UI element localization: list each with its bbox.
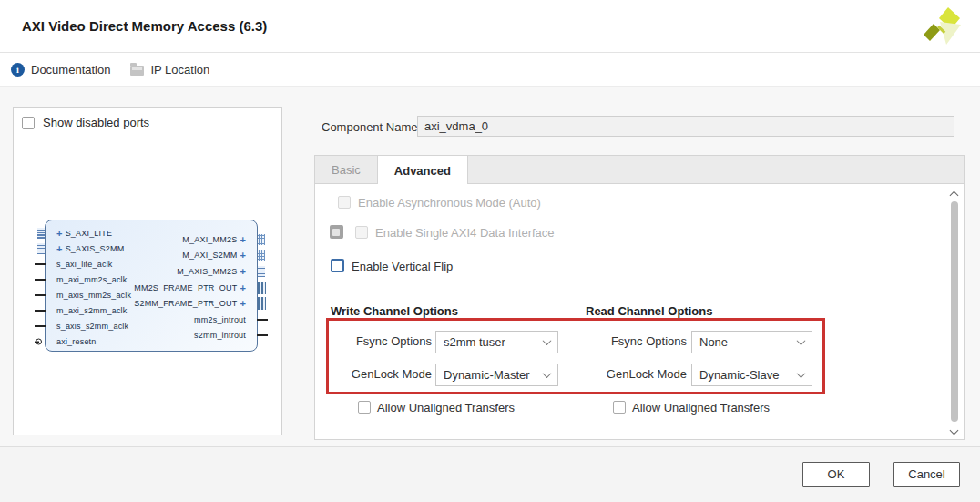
- expand-port-icon[interactable]: +: [240, 283, 246, 292]
- auto-computed-icon: [330, 225, 343, 239]
- config-tab-panel: Basic Advanced Enable Asynchronous Mode …: [314, 155, 965, 440]
- interface-connector-icon: [37, 243, 45, 254]
- expand-port-icon[interactable]: +: [240, 267, 246, 276]
- documentation-label: Documentation: [31, 63, 110, 77]
- ip-location-label: IP Location: [150, 63, 209, 77]
- write-genlock-label: GenLock Mode: [326, 367, 432, 381]
- advanced-tab-content: Enable Asynchronous Mode (Auto) Enable S…: [315, 184, 964, 439]
- enable-async-mode-checkbox: [338, 196, 351, 209]
- interface-connector-icon: [258, 234, 265, 245]
- write-fsync-select[interactable]: s2mm tuser: [435, 331, 558, 353]
- pin-stub-icon: [35, 279, 46, 281]
- enable-async-mode-label: Enable Asynchronous Mode (Auto): [358, 196, 541, 210]
- ip-location-link[interactable]: IP Location: [130, 63, 209, 77]
- port-row: M_AXI_S2MM+: [46, 249, 257, 261]
- bus-connector-icon: [258, 282, 266, 294]
- port-row: S2MM_FRAME_PTR_OUT+: [46, 297, 257, 310]
- expand-port-icon[interactable]: +: [240, 235, 246, 244]
- port-label: mm2s_introut: [194, 315, 246, 324]
- read-allow-unaligned-checkbox[interactable]: [613, 401, 626, 414]
- ok-button[interactable]: OK: [802, 462, 870, 487]
- documentation-link[interactable]: i Documentation: [11, 63, 110, 77]
- pin-stub-icon: [35, 263, 46, 265]
- pin-stub-icon: [35, 325, 46, 327]
- ip-symbol-block: +S_AXI_LITE +S_AXIS_S2MM s_axi_lite_aclk…: [45, 220, 258, 352]
- chevron-down-icon: [797, 336, 806, 345]
- read-fsync-value: None: [699, 335, 792, 349]
- pin-stub-icon: [35, 294, 46, 296]
- enable-vertical-flip-checkbox[interactable]: [331, 259, 344, 272]
- write-genlock-value: Dynamic-Master: [444, 368, 538, 382]
- read-fsync-select[interactable]: None: [691, 331, 812, 353]
- read-genlock-select[interactable]: Dynamic-Slave: [691, 364, 812, 386]
- dialog-header: AXI Video Direct Memory Access (6.3): [0, 0, 980, 53]
- dialog-toolbar: i Documentation IP Location: [0, 54, 980, 87]
- cancel-button[interactable]: Cancel: [893, 462, 960, 487]
- tab-basic[interactable]: Basic: [315, 156, 377, 184]
- read-channel-heading: Read Channel Options: [586, 304, 712, 318]
- show-disabled-ports-label: Show disabled ports: [43, 116, 149, 129]
- enable-vertical-flip-label: Enable Vertical Flip: [352, 260, 453, 273]
- port-row: M_AXI_MM2S+: [46, 233, 257, 246]
- port-label: M_AXI_MM2S: [182, 235, 237, 244]
- port-label: MM2S_FRAME_PTR_OUT: [134, 283, 237, 292]
- port-label: M_AXI_S2MM: [182, 251, 237, 260]
- chevron-down-icon: [543, 369, 552, 378]
- read-allow-unaligned-label: Allow Unaligned Transfers: [632, 401, 770, 415]
- write-allow-unaligned-checkbox[interactable]: [358, 401, 371, 414]
- write-genlock-select[interactable]: Dynamic-Master: [435, 364, 558, 386]
- pin-stub-icon: [257, 334, 268, 336]
- scroll-down-icon[interactable]: [951, 427, 958, 435]
- interface-connector-icon: [258, 266, 265, 277]
- component-name-label: Component Name: [322, 120, 418, 134]
- port-row: s2mm_introut: [46, 329, 257, 342]
- port-row: mm2s_introut: [46, 313, 257, 326]
- component-name-input[interactable]: [417, 116, 954, 137]
- read-fsync-label: Fsync Options: [581, 334, 687, 348]
- tab-bar: Basic Advanced: [315, 156, 964, 184]
- write-allow-unaligned-label: Allow Unaligned Transfers: [377, 401, 515, 415]
- dialog-footer: OK Cancel: [0, 446, 980, 502]
- dialog-body: Show disabled ports +S_AXI_LITE +S_AXIS_…: [0, 87, 980, 446]
- bus-connector-icon: [258, 297, 266, 310]
- pin-stub-icon: [257, 319, 268, 321]
- port-label: s2mm_introut: [194, 331, 246, 340]
- expand-port-icon[interactable]: +: [240, 251, 246, 260]
- port-label: S2MM_FRAME_PTR_OUT: [134, 299, 237, 308]
- enable-single-axi4-label: Enable Single AXI4 Data Interface: [375, 226, 555, 240]
- info-icon: i: [11, 63, 25, 77]
- scrollbar-thumb[interactable]: [951, 201, 958, 422]
- expand-port-icon[interactable]: +: [240, 299, 246, 308]
- pin-stub-icon: [35, 310, 46, 312]
- port-row: MM2S_FRAME_PTR_OUT+: [46, 282, 257, 294]
- dialog-title: AXI Video Direct Memory Access (6.3): [22, 18, 267, 34]
- interface-connector-icon: [37, 228, 45, 239]
- scroll-up-icon[interactable]: [951, 189, 958, 196]
- chevron-down-icon: [543, 336, 552, 345]
- write-fsync-value: s2mm tuser: [444, 335, 538, 349]
- tab-advanced[interactable]: Advanced: [377, 156, 468, 185]
- read-genlock-value: Dynamic-Slave: [699, 368, 792, 382]
- chevron-down-icon: [797, 369, 806, 378]
- ports-preview-panel: Show disabled ports +S_AXI_LITE +S_AXIS_…: [13, 107, 282, 435]
- folder-icon: [130, 66, 144, 76]
- ip-customization-dialog: AXI Video Direct Memory Access (6.3) i D…: [0, 0, 980, 502]
- vertical-scrollbar[interactable]: [948, 187, 961, 436]
- port-row: M_AXIS_MM2S+: [46, 265, 257, 278]
- read-genlock-label: GenLock Mode: [581, 367, 687, 381]
- enable-single-axi4-checkbox: [355, 226, 368, 239]
- write-channel-heading: Write Channel Options: [331, 304, 458, 318]
- reset-pin-icon: [35, 339, 46, 345]
- xilinx-logo-icon: [918, 5, 965, 49]
- interface-connector-icon: [258, 250, 265, 261]
- show-disabled-ports-checkbox[interactable]: [22, 117, 35, 129]
- port-label: M_AXIS_MM2S: [177, 267, 237, 276]
- write-fsync-label: Fsync Options: [326, 334, 432, 348]
